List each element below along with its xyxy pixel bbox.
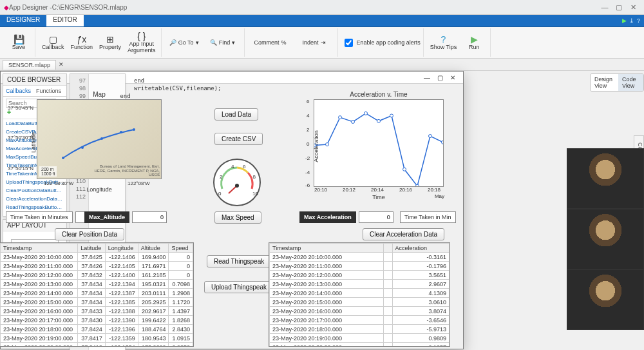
accel-title: Acceleration v. Time	[314, 91, 443, 98]
create-csv-button[interactable]: Create CSV	[214, 133, 263, 145]
map-xlabel: Longitude	[37, 186, 161, 193]
run-button[interactable]: ▶Run	[460, 29, 488, 56]
app-input-args-button[interactable]: { }App Input Arguments	[125, 29, 158, 56]
tab-designer[interactable]: DESIGNER	[0, 15, 46, 26]
help-icon[interactable]: ?	[637, 17, 640, 24]
accel-sublabel: May	[435, 193, 444, 199]
svg-point-8	[352, 120, 355, 123]
find-button[interactable]: 🔍Find▾	[204, 29, 242, 56]
ribbon-toolbar: 💾Save ▢Callback ƒxFunction ⊞Property { }…	[0, 27, 644, 59]
code-view-button[interactable]: Code View	[618, 74, 643, 91]
participant-video[interactable]	[567, 148, 644, 209]
svg-point-13	[416, 184, 419, 186]
view-toggle[interactable]: Design View Code View	[590, 73, 644, 92]
chevron-down-icon: ▾	[196, 39, 199, 46]
max-acc-input[interactable]	[359, 211, 393, 223]
step-icon[interactable]: ⤓	[629, 17, 634, 24]
accel-table[interactable]: TimestampAcceleration23-May-2020 20:10:0…	[269, 242, 450, 347]
max-alt-label[interactable]: Max_Altitude	[84, 211, 129, 223]
maximize-icon[interactable]: ▢	[612, 3, 626, 12]
enable-alerts-checkbox[interactable]: Enable app coding alerts	[342, 37, 421, 49]
app-close-icon[interactable]: ✕	[446, 74, 459, 81]
show-tips-button[interactable]: ?Show Tips	[428, 29, 460, 56]
map-axes[interactable]: Map Latitude Longitude 200 m1000 ft Bure…	[37, 99, 162, 179]
svg-point-15	[442, 141, 444, 144]
file-tab[interactable]: SENSOR.mlapp	[3, 60, 56, 70]
svg-point-0	[62, 157, 64, 159]
property-button[interactable]: ⊞Property	[97, 29, 124, 56]
ide-titlebar: ◆ App Designer - C:\ENGR\SENSOR.mlapp — …	[0, 0, 644, 15]
load-data-button[interactable]: Load Data	[214, 108, 258, 121]
svg-point-6	[326, 143, 329, 146]
svg-point-17	[235, 184, 239, 188]
time-pos-label: Time Taken in Minutes	[6, 211, 73, 223]
title-path: C:\ENGR\SENSOR.mlapp	[52, 4, 128, 11]
svg-point-4	[133, 128, 135, 131]
callback-button[interactable]: ▢Callback	[39, 29, 67, 56]
comment-button[interactable]: Comment%	[249, 29, 292, 56]
design-view-button[interactable]: Design View	[591, 74, 618, 91]
svg-point-14	[429, 135, 432, 138]
map-title: Map	[37, 91, 161, 98]
goto-button[interactable]: 🔎Go To▾	[166, 29, 203, 56]
accel-axes[interactable]: Acceleration v. Time Acceleration Time 6…	[314, 99, 444, 187]
run-indicator-icon[interactable]: ▶	[622, 17, 627, 24]
save-button[interactable]: 💾Save	[5, 29, 32, 56]
matlab-app-window: ◆ MATLAB App — ▢ ✕ Map Latitude Longitud…	[0, 71, 464, 349]
chevron-down-icon: ▾	[232, 39, 235, 46]
map-ytick: 37°50'45"N	[8, 105, 33, 111]
svg-point-10	[377, 119, 381, 122]
max-speed-button[interactable]: Max Speed	[214, 211, 261, 224]
close-icon[interactable]: ✕	[626, 3, 640, 12]
indent-button[interactable]: Indent⇥	[294, 29, 335, 56]
svg-point-2	[100, 137, 103, 140]
video-call-overlay	[567, 148, 644, 330]
upload-thingspeak-button[interactable]: Upload Thingspeak	[204, 281, 274, 293]
file-tab-row: SENSOR.mlapp ✕	[0, 59, 644, 71]
accel-xlabel: Time	[314, 194, 443, 200]
position-table[interactable]: TimestampLatitudeLongitudeAltitudeSpeed2…	[0, 242, 194, 347]
function-button[interactable]: ƒxFunction	[68, 29, 96, 56]
app-maximize-icon[interactable]: ▢	[433, 74, 446, 81]
svg-point-1	[81, 146, 84, 149]
map-xtick: 122°08'30"W	[44, 180, 73, 186]
minimize-icon[interactable]: —	[598, 3, 612, 11]
svg-point-5	[314, 144, 316, 147]
map-attribution: Bureau of Land Management, Esri, HERE, G…	[89, 164, 160, 177]
participant-video[interactable]	[567, 209, 644, 269]
svg-point-3	[120, 131, 122, 133]
svg-point-7	[339, 116, 342, 119]
max-acc-label[interactable]: Max Acceleration	[299, 211, 356, 223]
map-scale: 200 m1000 ft	[39, 166, 57, 177]
svg-point-11	[390, 114, 393, 117]
clear-position-button[interactable]: Clear Position Data	[55, 228, 124, 240]
speed-gauge: 0 2 4 6 8 10	[213, 159, 261, 206]
max-alt-input[interactable]	[132, 211, 167, 223]
title-prefix: App Designer -	[9, 4, 52, 11]
svg-point-12	[403, 168, 406, 171]
map-xtick: 122°08'W	[128, 180, 150, 186]
time-acc-label: Time Taken in Min	[400, 211, 456, 223]
ribbon-tabbar: DESIGNER EDITOR ▶ ⤓ ?	[0, 15, 644, 27]
clear-accel-button[interactable]: Clear Acceleration Data	[363, 228, 444, 240]
app-icon: ◆	[4, 4, 9, 11]
read-thingspeak-button[interactable]: Read Thingspeak	[207, 255, 271, 267]
app-minimize-icon[interactable]: —	[421, 74, 433, 81]
svg-point-9	[365, 112, 368, 115]
map-ytick: 37°50'30"N	[8, 135, 33, 141]
close-tab-icon[interactable]: ✕	[56, 61, 66, 68]
tab-editor[interactable]: EDITOR	[46, 15, 84, 26]
map-ytick: 37°50'15"N	[8, 166, 33, 171]
participant-video[interactable]	[567, 269, 644, 330]
